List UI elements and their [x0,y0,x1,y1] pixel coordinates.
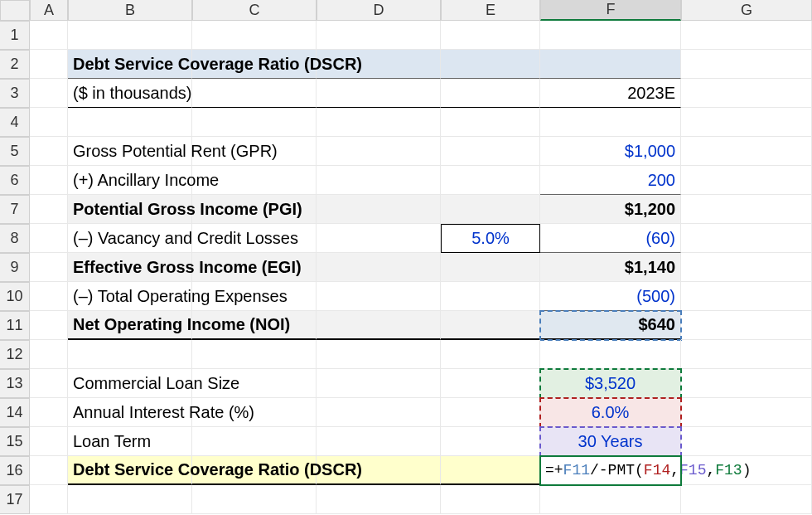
cell-D10[interactable] [317,282,441,311]
cell-G13[interactable] [681,369,812,398]
cell-G5[interactable] [681,137,812,166]
cell-B10-label[interactable]: (–) Total Operating Expenses [68,282,192,311]
cell-F10-value[interactable]: (500) [540,282,681,311]
col-header-D[interactable]: D [317,0,441,21]
cell-E10[interactable] [441,282,540,311]
cell-G2[interactable] [681,50,812,79]
cell-C1[interactable] [192,21,317,50]
cell-B1[interactable] [68,21,192,50]
select-all-corner[interactable] [0,0,30,21]
cell-F4[interactable] [540,108,681,137]
col-header-G[interactable]: G [681,0,812,21]
cell-B9-label[interactable]: Effective Gross Income (EGI) [68,253,192,282]
cell-D12[interactable] [317,340,441,369]
cell-B6-label[interactable]: (+) Ancillary Income [68,166,192,195]
cell-C17[interactable] [192,485,317,514]
cell-B17[interactable] [68,485,192,514]
cell-E13[interactable] [441,369,540,398]
cell-G7[interactable] [681,195,812,224]
cell-A4[interactable] [30,108,68,137]
cell-E8-pct[interactable]: 5.0% [441,224,540,253]
grid[interactable]: A B C D E F G 1 2 Debt Service Coverage … [0,0,812,514]
cell-A14[interactable] [30,398,68,427]
cell-F5-value[interactable]: $1,000 [540,137,681,166]
cell-F2[interactable] [540,50,681,79]
cell-B16-label[interactable]: Debt Service Coverage Ratio (DSCR) [68,456,192,485]
cell-G12[interactable] [681,340,812,369]
cell-G1[interactable] [681,21,812,50]
cell-F12[interactable] [540,340,681,369]
cell-F13-value[interactable]: $3,520 [540,369,681,398]
cell-B11-label[interactable]: Net Operating Income (NOI) [68,311,192,340]
cell-D15[interactable] [317,427,441,456]
cell-B8-label[interactable]: (–) Vacancy and Credit Losses [68,224,192,253]
cell-G6[interactable] [681,166,812,195]
row-header-9[interactable]: 9 [0,253,30,282]
col-header-A[interactable]: A [30,0,68,21]
cell-F3-year[interactable]: 2023E [540,79,681,108]
cell-B12[interactable] [68,340,192,369]
cell-G17[interactable] [681,485,812,514]
cell-B14-label[interactable]: Annual Interest Rate (%) [68,398,192,427]
cell-F16-formula[interactable]: =+F11/-PMT(F14,F15,F13) [540,456,681,485]
cell-B4[interactable] [68,108,192,137]
col-header-B[interactable]: B [68,0,192,21]
cell-A5[interactable] [30,137,68,166]
cell-D9[interactable] [317,253,441,282]
row-header-12[interactable]: 12 [0,340,30,369]
cell-C4[interactable] [192,108,317,137]
cell-B3-subtitle[interactable]: ($ in thousands) [68,79,192,108]
cell-A7[interactable] [30,195,68,224]
cell-G8[interactable] [681,224,812,253]
cell-D14[interactable] [317,398,441,427]
cell-B7-label[interactable]: Potential Gross Income (PGI) [68,195,192,224]
cell-D3[interactable] [317,79,441,108]
row-header-5[interactable]: 5 [0,137,30,166]
cell-E9[interactable] [441,253,540,282]
cell-B15-label[interactable]: Loan Term [68,427,192,456]
cell-C15[interactable] [192,427,317,456]
cell-E14[interactable] [441,398,540,427]
cell-E2[interactable] [441,50,540,79]
row-header-16[interactable]: 16 [0,456,30,485]
cell-G11[interactable] [681,311,812,340]
cell-D4[interactable] [317,108,441,137]
cell-F7-value[interactable]: $1,200 [540,195,681,224]
cell-A2[interactable] [30,50,68,79]
cell-G15[interactable] [681,427,812,456]
row-header-17[interactable]: 17 [0,485,30,514]
cell-E5[interactable] [441,137,540,166]
cell-G14[interactable] [681,398,812,427]
cell-A10[interactable] [30,282,68,311]
cell-D8[interactable] [317,224,441,253]
cell-B5-label[interactable]: Gross Potential Rent (GPR) [68,137,192,166]
cell-A11[interactable] [30,311,68,340]
cell-D1[interactable] [317,21,441,50]
cell-B2-title[interactable]: Debt Service Coverage Ratio (DSCR) [68,50,192,79]
col-header-E[interactable]: E [441,0,540,21]
cell-E3[interactable] [441,79,540,108]
cell-F15-value[interactable]: 30 Years [540,427,681,456]
cell-D7[interactable] [317,195,441,224]
col-header-C[interactable]: C [192,0,317,21]
cell-F14-value[interactable]: 6.0% [540,398,681,427]
cell-E1[interactable] [441,21,540,50]
cell-E16[interactable] [441,456,540,485]
cell-A8[interactable] [30,224,68,253]
cell-F17[interactable] [540,485,681,514]
row-header-7[interactable]: 7 [0,195,30,224]
row-header-4[interactable]: 4 [0,108,30,137]
row-header-1[interactable]: 1 [0,21,30,50]
cell-A9[interactable] [30,253,68,282]
row-header-14[interactable]: 14 [0,398,30,427]
row-header-2[interactable]: 2 [0,50,30,79]
cell-E7[interactable] [441,195,540,224]
cell-E17[interactable] [441,485,540,514]
row-header-6[interactable]: 6 [0,166,30,195]
cell-E11[interactable] [441,311,540,340]
cell-D11[interactable] [317,311,441,340]
cell-D13[interactable] [317,369,441,398]
cell-C3[interactable] [192,79,317,108]
cell-A17[interactable] [30,485,68,514]
cell-G9[interactable] [681,253,812,282]
